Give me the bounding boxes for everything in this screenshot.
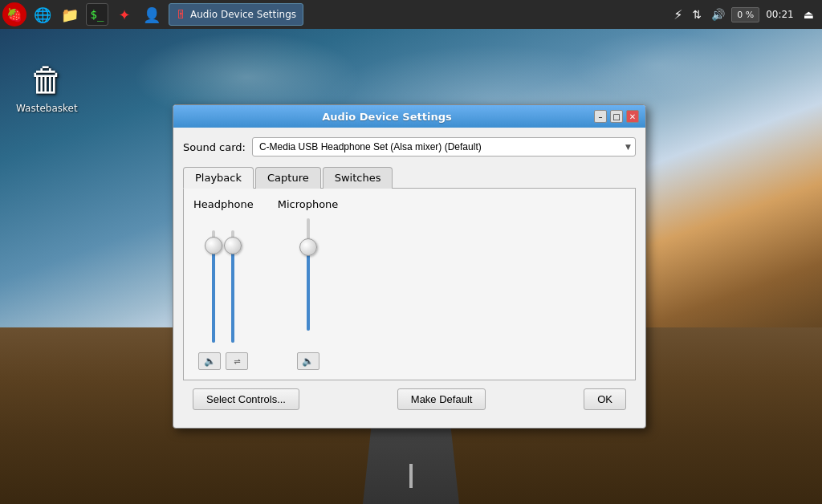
microphone-label: Microphone (278, 198, 339, 210)
taskbar-app-button[interactable]: 🎚 Audio Device Settings (169, 3, 303, 26)
soundcard-select-wrapper: C-Media USB Headphone Set (Alsa mixer) (… (252, 137, 636, 156)
microphone-track-fill (307, 250, 310, 331)
dialog-window-controls: – □ ✕ (594, 110, 639, 123)
tabs: Playback Capture Switches (183, 166, 636, 189)
wastebasket-label: Wastebasket (16, 103, 78, 114)
minimize-button[interactable]: – (594, 110, 607, 123)
headphone-icon-row: 🔈 ⇌ (198, 352, 248, 370)
microphone-volume-icon[interactable]: 🔈 (297, 352, 319, 370)
wastebasket-icon: 🗑 (30, 60, 63, 100)
headphone-right-slider-track (227, 230, 238, 343)
taskbar-right: ⚡ ⇅ 🔊 0 % 00:21 ⏏ (670, 6, 822, 24)
audio-device-settings-dialog: Audio Device Settings – □ ✕ Sound card: … (173, 104, 646, 429)
browser-icon[interactable]: 🌐 (31, 3, 54, 26)
ok-button[interactable]: OK (584, 388, 626, 410)
star-icon[interactable]: ✦ (113, 3, 136, 26)
headphone-link-icon[interactable]: ⇌ (226, 352, 248, 370)
tab-playback[interactable]: Playback (183, 167, 254, 189)
microphone-thumb[interactable] (299, 238, 317, 256)
wastebasket[interactable]: 🗑 Wastebasket (16, 60, 78, 114)
tab-switches[interactable]: Switches (323, 167, 393, 189)
make-default-button[interactable]: Make Default (397, 388, 486, 410)
taskbar-left: 🍓 🌐 📁 $_ ✦ 👤 🎚 Audio Device Settings (0, 2, 670, 26)
headphone-right-track-fill (231, 250, 234, 343)
terminal-icon[interactable]: $_ (86, 3, 108, 26)
select-controls-button[interactable]: Select Controls... (193, 388, 299, 410)
desktop: 🍓 🌐 📁 $_ ✦ 👤 🎚 Audio Device Settings ⚡ ⇅… (0, 0, 822, 504)
headphone-left-thumb[interactable] (205, 237, 222, 254)
microphone-channel: Microphone 🔈 (278, 198, 339, 370)
eject-icon[interactable]: ⏏ (800, 6, 817, 22)
mixers-area: Headphone (193, 198, 625, 370)
dialog-titlebar: Audio Device Settings – □ ✕ (173, 105, 645, 128)
maximize-button[interactable]: □ (610, 110, 623, 123)
microphone-slider-track (303, 218, 314, 343)
soundcard-row: Sound card: C-Media USB Headphone Set (A… (183, 137, 636, 156)
volume-icon[interactable]: 🔊 (708, 6, 728, 22)
headphone-left-track-fill (212, 250, 215, 343)
road-line (409, 464, 413, 488)
close-button[interactable]: ✕ (626, 110, 639, 123)
raspberry-pi-menu-icon[interactable]: 🍓 (2, 2, 26, 26)
dialog-content: Sound card: C-Media USB Headphone Set (A… (173, 128, 645, 428)
file-manager-icon[interactable]: 📁 (59, 3, 81, 26)
battery-display: 0 % (731, 7, 759, 22)
soundcard-select[interactable]: C-Media USB Headphone Set (Alsa mixer) (… (252, 137, 636, 156)
microphone-icon-row: 🔈 (297, 352, 319, 370)
headphone-channel: Headphone (193, 198, 254, 370)
headphone-volume-icon[interactable]: 🔈 (198, 352, 221, 370)
network-icon[interactable]: ⇅ (689, 6, 705, 22)
dialog-title: Audio Device Settings (180, 111, 594, 123)
headphone-left-slider-track (208, 230, 219, 343)
taskbar: 🍓 🌐 📁 $_ ✦ 👤 🎚 Audio Device Settings ⚡ ⇅… (0, 0, 822, 29)
tab-content-playback: Headphone (183, 189, 636, 380)
headphone-label: Headphone (193, 198, 254, 210)
headphone-right-thumb[interactable] (224, 237, 242, 254)
soundcard-label: Sound card: (183, 141, 246, 153)
tab-capture[interactable]: Capture (255, 167, 321, 189)
user-icon[interactable]: 👤 (140, 3, 163, 26)
dialog-footer: Select Controls... Make Default OK (183, 380, 636, 418)
clock-display: 00:21 (763, 7, 797, 22)
bluetooth-icon[interactable]: ⚡ (670, 6, 686, 24)
